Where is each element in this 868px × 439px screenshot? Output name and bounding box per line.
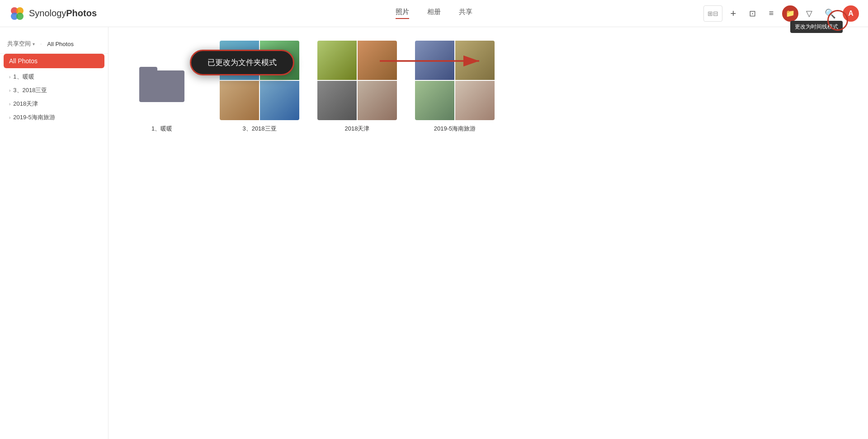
photo-cell [220, 81, 259, 120]
breadcrumb-current: All Photos [47, 41, 74, 47]
chevron-icon: › [9, 102, 10, 107]
photo-cell [358, 81, 397, 120]
photo-cell [220, 41, 259, 80]
photo-cell [260, 41, 299, 80]
sort-icon: ≡ [769, 9, 774, 18]
folder-label-tianjin: 2018天津 [345, 125, 370, 133]
photo-cell [358, 41, 397, 80]
image-size-icon: ⊞⊟ [708, 10, 718, 17]
dropdown-icon: ▾ [33, 42, 35, 47]
filter-button[interactable]: ▽ [801, 5, 817, 22]
toolbar-area: ⊞⊟ + ⊡ ≡ 📁 ▽ [703, 5, 817, 22]
photo-cell [317, 81, 357, 120]
add-icon: + [731, 8, 736, 19]
sidebar-item-all-photos[interactable]: All Photos [4, 54, 104, 68]
sort-button[interactable]: ≡ [763, 5, 779, 22]
chevron-icon: › [9, 115, 10, 120]
logo-area: SynologyPhotos [9, 5, 108, 22]
add-button[interactable]: + [725, 5, 741, 22]
breadcrumb-separator: · [40, 41, 42, 47]
chevron-icon: › [9, 75, 10, 79]
photo-cell [317, 41, 357, 80]
main-content: 1、暖暖 3、2018三亚 [108, 27, 868, 439]
synology-logo-icon [9, 5, 25, 22]
calendar-icon: 📁 [786, 9, 795, 18]
subheader: 共享空间 ▾ · All Photos [0, 34, 108, 54]
folder-label-hainan: 2019-5海南旅游 [434, 125, 476, 133]
folder-thumb-tianjin [317, 41, 397, 120]
filter-icon: ▽ [806, 9, 812, 19]
sidebar: 共享空间 ▾ · All Photos All Photos › 1、暖暖 › … [0, 27, 108, 439]
sidebar-item-sanya[interactable]: › 3、2018三亚 [0, 84, 108, 97]
folder-hainan[interactable]: 2019-5海南旅游 [415, 41, 495, 133]
folders-grid: 1、暖暖 3、2018三亚 [122, 41, 854, 133]
tooltip-timeline-mode: 更改为时间线模式 [790, 21, 843, 33]
search-icon: 🔍 [825, 8, 836, 19]
view-mode-button[interactable]: 📁 [782, 5, 798, 22]
folder-thumb-hainan [415, 41, 495, 120]
photo-grid-tianjin [317, 41, 397, 120]
photo-cell [260, 81, 299, 120]
shared-space-button[interactable]: 共享空间 ▾ [7, 40, 35, 48]
photo-cell [455, 41, 495, 80]
svg-point-0 [9, 5, 25, 22]
image-size-button[interactable]: ⊞⊟ [703, 5, 722, 22]
tab-photos[interactable]: 照片 [396, 8, 409, 19]
photo-cell [415, 41, 454, 80]
svg-point-4 [16, 13, 24, 20]
sidebar-item-hainan[interactable]: › 2019-5海南旅游 [0, 111, 108, 124]
folder-sanya[interactable]: 3、2018三亚 [220, 41, 299, 133]
tab-albums[interactable]: 相册 [427, 8, 441, 19]
header-actions: ⊞⊟ + ⊡ ≡ 📁 ▽ 🔍 [703, 5, 859, 22]
folder-label-sanya: 3、2018三亚 [242, 125, 276, 133]
folder-nuannuan[interactable]: 1、暖暖 [122, 41, 202, 133]
sidebar-item-nuannuan[interactable]: › 1、暖暖 [0, 70, 108, 84]
select-button[interactable]: ⊡ [744, 5, 760, 22]
nav-tabs: 照片 相册 共享 [396, 8, 472, 19]
photo-grid-sanya [220, 41, 299, 120]
sidebar-item-tianjin[interactable]: › 2018天津 [0, 97, 108, 111]
photo-grid-hainan [415, 41, 495, 120]
folder-tianjin[interactable]: 2018天津 [317, 41, 397, 133]
folder-icon [139, 62, 184, 98]
search-button[interactable]: 🔍 [822, 5, 838, 22]
logo-text: SynologyPhotos [29, 8, 97, 19]
content-area: 共享空间 ▾ · All Photos All Photos › 1、暖暖 › … [0, 27, 868, 439]
folder-label-nuannuan: 1、暖暖 [151, 125, 172, 133]
tab-sharing[interactable]: 共享 [459, 8, 472, 19]
user-avatar-button[interactable]: A [843, 5, 859, 22]
photo-cell [415, 81, 454, 120]
folder-thumb-sanya [220, 41, 299, 120]
folder-thumb-nuannuan [122, 41, 202, 120]
chevron-icon: › [9, 88, 10, 93]
photo-cell [455, 81, 495, 120]
select-icon: ⊡ [749, 9, 756, 19]
header: SynologyPhotos 照片 相册 共享 ⊞⊟ + ⊡ ≡ [0, 0, 868, 27]
